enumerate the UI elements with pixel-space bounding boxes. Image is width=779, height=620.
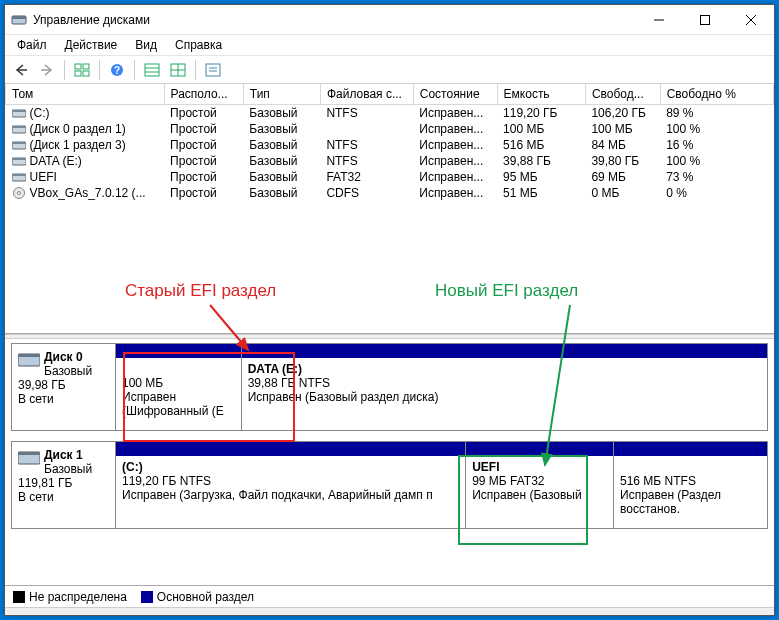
svg-rect-32 xyxy=(12,174,26,176)
partition[interactable]: UEFI99 МБ FAT32Исправен (Базовый xyxy=(466,442,614,528)
legend-unallocated: Не распределена xyxy=(13,590,127,604)
column-header[interactable]: Свобод... xyxy=(585,84,660,105)
svg-rect-14 xyxy=(145,64,159,76)
volume-row[interactable]: DATA (E:)ПростойБазовыйNTFSИсправен...39… xyxy=(6,153,774,169)
disk-icon xyxy=(18,448,40,466)
close-button[interactable] xyxy=(728,5,774,35)
titlebar: Управление дисками xyxy=(5,5,774,35)
graphical-view[interactable]: Диск 0Базовый39,98 ГБВ сети 100 МБИсправ… xyxy=(5,339,774,585)
drive-icon xyxy=(12,139,26,151)
column-header[interactable]: Располо... xyxy=(164,84,243,105)
svg-rect-30 xyxy=(12,158,26,160)
back-button[interactable] xyxy=(9,59,33,81)
svg-rect-1 xyxy=(12,16,26,19)
drive-icon xyxy=(12,107,26,119)
statusbar xyxy=(5,607,774,615)
svg-rect-38 xyxy=(18,452,40,455)
svg-rect-20 xyxy=(206,64,220,76)
legend-primary: Основной раздел xyxy=(141,590,254,604)
svg-rect-9 xyxy=(83,64,89,69)
menu-help[interactable]: Справка xyxy=(167,36,230,54)
column-header[interactable]: Том xyxy=(6,84,165,105)
cd-icon xyxy=(12,187,26,199)
partition[interactable]: 516 МБ NTFSИсправен (Раздел восстанов. xyxy=(614,442,767,528)
disk-row[interactable]: Диск 0Базовый39,98 ГБВ сети 100 МБИсправ… xyxy=(11,343,768,431)
toolbar: ? xyxy=(5,56,774,84)
settings-grid-button[interactable] xyxy=(166,59,190,81)
volume-list[interactable]: ТомРасполо...ТипФайловая с...СостояниеЕм… xyxy=(5,84,774,334)
disk-label[interactable]: Диск 0Базовый39,98 ГБВ сети xyxy=(12,344,116,430)
volume-row[interactable]: (C:)ПростойБазовыйNTFSИсправен...119,20 … xyxy=(6,105,774,122)
drive-icon xyxy=(12,123,26,135)
svg-rect-11 xyxy=(83,71,89,76)
drive-icon xyxy=(12,155,26,167)
menu-view[interactable]: Вид xyxy=(127,36,165,54)
disk-icon xyxy=(18,350,40,368)
disk-label[interactable]: Диск 1Базовый119,81 ГБВ сети xyxy=(12,442,116,528)
column-header[interactable]: Состояние xyxy=(413,84,497,105)
disk-row[interactable]: Диск 1Базовый119,81 ГБВ сети(C:)119,20 Г… xyxy=(11,441,768,529)
column-header[interactable]: Файловая с... xyxy=(320,84,413,105)
volume-row[interactable]: (Диск 0 раздел 1)ПростойБазовыйИсправен.… xyxy=(6,121,774,137)
legend: Не распределена Основной раздел xyxy=(5,585,774,607)
svg-rect-8 xyxy=(75,64,81,69)
forward-button[interactable] xyxy=(35,59,59,81)
help-button[interactable]: ? xyxy=(105,59,129,81)
volume-row[interactable]: UEFIПростойБазовыйFAT32Исправен...95 МБ6… xyxy=(6,169,774,185)
app-icon xyxy=(11,12,27,28)
column-header[interactable]: Тип xyxy=(243,84,320,105)
svg-rect-10 xyxy=(75,71,81,76)
svg-rect-26 xyxy=(12,126,26,128)
minimize-button[interactable] xyxy=(636,5,682,35)
menubar: Файл Действие Вид Справка xyxy=(5,35,774,56)
column-header[interactable]: Емкость xyxy=(497,84,585,105)
refresh-button[interactable] xyxy=(201,59,225,81)
svg-rect-24 xyxy=(12,110,26,112)
maximize-button[interactable] xyxy=(682,5,728,35)
volume-row[interactable]: VBox_GAs_7.0.12 (...ПростойБазовыйCDFSИс… xyxy=(6,185,774,201)
svg-rect-28 xyxy=(12,142,26,144)
column-header[interactable]: Свободно % xyxy=(660,84,773,105)
partition[interactable]: 100 МБИсправен (Шифрованный (E xyxy=(116,344,242,430)
settings-list-button[interactable] xyxy=(140,59,164,81)
svg-rect-3 xyxy=(701,15,710,24)
partition[interactable]: (C:)119,20 ГБ NTFSИсправен (Загрузка, Фа… xyxy=(116,442,466,528)
window: Управление дисками Файл Действие Вид Спр… xyxy=(4,4,775,616)
volume-row[interactable]: (Диск 1 раздел 3)ПростойБазовыйNTFSИспра… xyxy=(6,137,774,153)
svg-text:?: ? xyxy=(114,65,120,76)
menu-file[interactable]: Файл xyxy=(9,36,55,54)
menu-action[interactable]: Действие xyxy=(57,36,126,54)
window-title: Управление дисками xyxy=(33,13,636,27)
svg-point-34 xyxy=(17,192,20,195)
partition[interactable]: DATA (E:)39,88 ГБ NTFSИсправен (Базовый … xyxy=(242,344,767,430)
drive-icon xyxy=(12,171,26,183)
view-options-button[interactable] xyxy=(70,59,94,81)
svg-rect-36 xyxy=(18,354,40,357)
